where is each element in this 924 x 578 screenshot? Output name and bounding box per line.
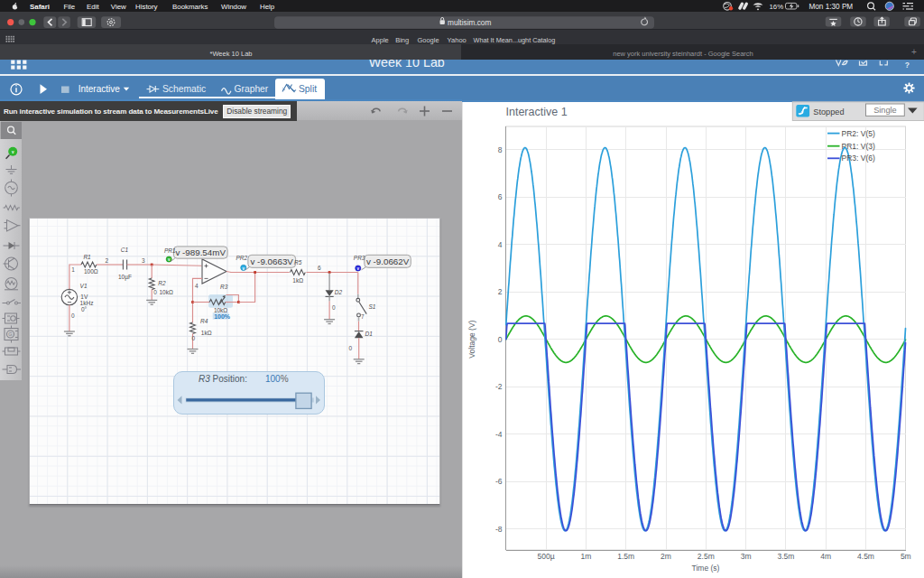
svg-text:PR2: V(5): PR2: V(5) — [842, 129, 875, 138]
svg-text:multisim.com: multisim.com — [448, 18, 491, 27]
svg-text:5m: 5m — [901, 552, 911, 561]
svg-text:0: 0 — [498, 335, 503, 344]
svg-text:6: 6 — [498, 192, 503, 201]
svg-text:D2: D2 — [335, 289, 343, 295]
svg-text:PR1: V(3): PR1: V(3) — [842, 142, 875, 151]
svg-text:PR1: PR1 — [164, 247, 176, 254]
svg-text:0: 0 — [332, 304, 336, 311]
svg-text:R2: R2 — [158, 280, 166, 286]
svg-text:-2: -2 — [495, 382, 503, 391]
svg-text:100Ω: 100Ω — [84, 268, 98, 275]
svg-text:1V: 1V — [80, 294, 88, 300]
svg-text:Time (s): Time (s) — [692, 564, 720, 573]
svg-text:-4: -4 — [495, 430, 503, 439]
svg-text:0: 0 — [349, 345, 353, 351]
svg-text:Voltage (V): Voltage (V) — [467, 320, 476, 358]
svg-text:PR3: V(6): PR3: V(6) — [842, 154, 875, 163]
svg-text:2: 2 — [498, 287, 503, 296]
svg-text:2m: 2m — [661, 552, 671, 561]
svg-text:500µ: 500µ — [538, 552, 555, 561]
svg-text:?: ? — [905, 61, 910, 70]
svg-text:0: 0 — [192, 335, 196, 341]
svg-text:D1: D1 — [365, 331, 374, 337]
svg-text:3: 3 — [142, 257, 145, 264]
svg-text:10µF: 10µF — [118, 274, 132, 281]
svg-text:v -989.54mV: v -989.54mV — [175, 247, 226, 257]
svg-text:2: 2 — [106, 257, 109, 264]
svg-text:3.5m: 3.5m — [777, 552, 794, 561]
svg-text:0°: 0° — [81, 306, 88, 312]
svg-text:2.5m: 2.5m — [698, 552, 715, 561]
svg-text:v -9.0662V: v -9.0662V — [366, 256, 410, 266]
svg-text:1kΩ: 1kΩ — [201, 330, 212, 336]
svg-text:4: 4 — [195, 283, 199, 289]
svg-text:4.5m: 4.5m — [857, 552, 874, 561]
svg-text:1: 1 — [71, 266, 75, 273]
svg-text:C1: C1 — [121, 247, 129, 253]
svg-text:16%: 16% — [770, 3, 784, 11]
svg-text:4: 4 — [498, 240, 503, 249]
svg-text:v: v — [12, 150, 14, 154]
svg-text:PR3: PR3 — [354, 255, 365, 261]
svg-text:v: v — [168, 257, 171, 262]
svg-text:10kΩ: 10kΩ — [214, 307, 227, 313]
svg-text:-8: -8 — [495, 525, 503, 534]
svg-text:100%: 100% — [214, 313, 231, 320]
svg-text:R3: R3 — [220, 284, 228, 290]
svg-text:0: 0 — [71, 312, 75, 319]
svg-text:4m: 4m — [820, 552, 831, 561]
svg-text:Single: Single — [873, 106, 897, 115]
svg-text:v -9.0663V: v -9.0663V — [251, 256, 294, 266]
svg-text:R4: R4 — [200, 318, 208, 324]
svg-text:R1: R1 — [83, 254, 91, 260]
svg-text:S1: S1 — [369, 303, 376, 310]
svg-text:Mon 1:30 PM: Mon 1:30 PM — [809, 3, 854, 11]
svg-text:6: 6 — [318, 265, 321, 271]
svg-text:G: G — [8, 331, 12, 337]
svg-text:10kΩ: 10kΩ — [160, 289, 173, 295]
svg-text:3m: 3m — [741, 552, 752, 561]
svg-text:V1: V1 — [80, 283, 88, 289]
svg-text:1m: 1m — [580, 552, 591, 561]
svg-text:v: v — [357, 266, 360, 271]
svg-text:8: 8 — [498, 145, 503, 154]
svg-text:PR2: PR2 — [236, 255, 248, 261]
svg-text:1.5m: 1.5m — [617, 552, 634, 561]
svg-text:v: v — [243, 266, 245, 271]
svg-text:Stopped: Stopped — [813, 107, 844, 117]
svg-text:1kΩ: 1kΩ — [292, 277, 303, 284]
svg-text:0: 0 — [153, 289, 157, 295]
svg-text:7: 7 — [361, 313, 365, 320]
svg-text:R5: R5 — [294, 259, 302, 266]
svg-text:-6: -6 — [495, 477, 503, 486]
